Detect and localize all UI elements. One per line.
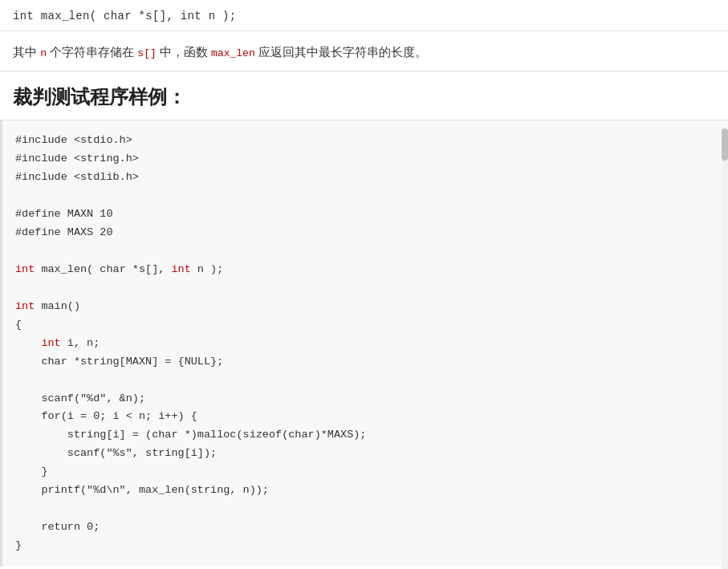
description-section: 其中 n 个字符串存储在 s[] 中，函数 max_len 应返回其中最长字符串… [0,31,728,71]
scrollbar-track[interactable] [722,128,728,569]
include-string: #include <string.h> [15,152,139,165]
page-container: int max_len( char *s[], int n ); 其中 n 个字… [0,0,728,569]
description-middle2: 中，函数 [157,45,211,59]
scanf-s: scanf("%s", string[i]); [15,447,217,459]
close-for: } [15,465,48,478]
description-suffix: 应返回其中最长字符串的长度。 [255,45,427,59]
s-code: s[] [137,47,156,59]
open-brace: { [15,319,22,331]
code-section: #include <stdio.h> #include <string.h> #… [0,120,728,567]
description-middle1: 个字符串存储在 [47,45,137,59]
scanf-n: scanf("%d", &n); [15,392,145,404]
top-section: int max_len( char *s[], int n ); [0,0,728,31]
define-maxs: #define MAXS 20 [15,226,113,238]
function-signature: int max_len( char *s[], int n ); [13,10,715,22]
define-maxn: #define MAXN 10 [15,208,113,220]
printf-call: printf("%d\n", max_len(string, n)); [15,484,269,496]
func-declaration: int max_len( char *s[], int n ); [15,263,223,275]
malloc-call: string[i] = (char *)malloc(sizeof(char)*… [15,429,366,441]
include-stdio: #include <stdio.h> [15,134,132,146]
string-declaration: char *string[MAXN] = {NULL}; [15,356,223,368]
close-main: } [15,539,22,551]
for-loop: for(i = 0; i < n; i++) { [15,410,197,422]
var-declaration: int i, n; [15,337,100,349]
scrollbar-thumb[interactable] [722,128,728,161]
n-code: n [40,47,47,59]
func-code: max_len [211,47,255,59]
code-block: #include <stdio.h> #include <string.h> #… [15,132,715,555]
return-stmt: return 0; [15,521,100,533]
main-declaration: int main() [15,300,80,312]
section-title: 裁判测试程序样例： [0,71,728,120]
description-prefix: 其中 [13,45,40,59]
include-stdlib: #include <stdlib.h> [15,171,139,183]
